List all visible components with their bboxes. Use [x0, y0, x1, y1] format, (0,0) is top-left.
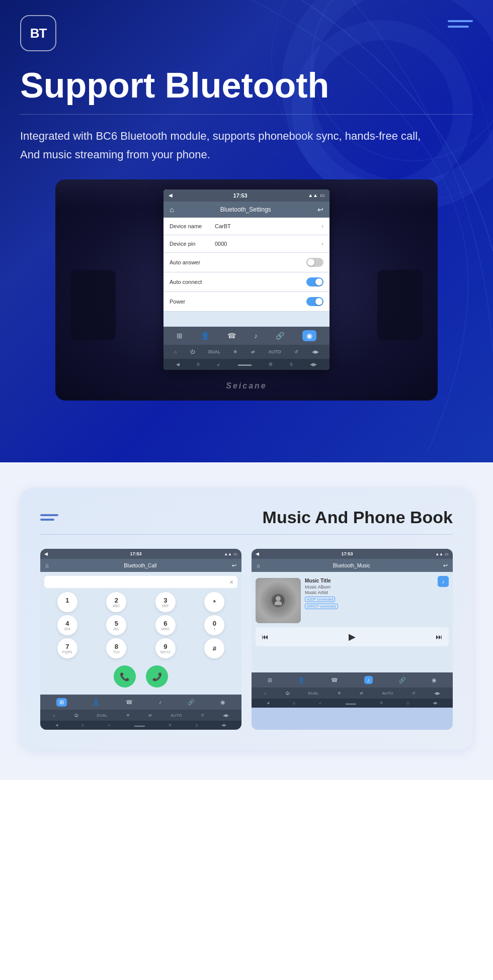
keypad: 1 2 ABC 3 DEF *	[44, 592, 237, 658]
music-status-icons: ▲▲ ▭	[435, 552, 449, 556]
back-ctrl-icon: ◀	[176, 362, 180, 367]
fan-icon: ↙	[217, 362, 221, 367]
music-icon[interactable]: ♪	[254, 332, 258, 340]
status-icons: ▲▲ ▭	[308, 192, 324, 198]
settings-list: Device name CarBT › Device pin 0000 › Au…	[163, 218, 330, 312]
device-name-value: CarBT	[215, 223, 321, 229]
section-title: Music And Phone Book	[263, 508, 453, 527]
key-5[interactable]: 5 JKL	[106, 615, 126, 635]
call-system-bar: ⌂ ⏻ DUAL ❄ ⇌ AUTO ↺ ◀▶	[40, 710, 241, 721]
key-9[interactable]: 9 WXYZ	[155, 638, 176, 658]
auto-answer-toggle[interactable]	[306, 258, 323, 267]
control-bar: ◀ 0 ↙ ▬▬▬ ⚙ 0 ◀▶	[163, 359, 330, 370]
settings-icon[interactable]: ◉	[302, 330, 316, 341]
menu-line-1	[40, 514, 58, 516]
bt-logo-text: BT	[30, 26, 47, 41]
ms-ac: ❄	[338, 691, 341, 696]
music-screen-title: Bluetooth_Music	[260, 563, 443, 568]
device-pin-row[interactable]: Device pin 0000 ›	[163, 235, 330, 253]
key-7[interactable]: 7 PQRS	[57, 638, 77, 658]
section-menu-icon[interactable]	[40, 514, 58, 521]
second-section: Music And Phone Book ◀ 17:53 ▲▲ ▭ ⌂ Blue…	[0, 462, 493, 780]
key-0[interactable]: 0 +	[204, 615, 224, 635]
cs-home: ⌂	[53, 713, 55, 718]
temp-icon: ↺	[294, 349, 298, 354]
music-title: Music Title	[305, 578, 449, 583]
power-row[interactable]: Power	[163, 292, 330, 312]
clear-search-icon[interactable]: ✕	[229, 579, 233, 585]
music-time: 17:53	[342, 551, 353, 556]
status-time: 17:53	[233, 192, 248, 199]
key-3[interactable]: 3 DEF	[155, 592, 176, 612]
cs-power: ⏻	[74, 713, 78, 718]
play-pause-button[interactable]: ▶	[349, 631, 356, 642]
music-phone-icon[interactable]: ☎	[331, 677, 338, 683]
cs-temp: ↺	[201, 713, 204, 718]
call-bottom-nav: ⊞ 👤 ☎ ♪ 🔗 ◉	[40, 695, 241, 710]
end-call-button[interactable]: 📞	[146, 665, 168, 688]
key-hash[interactable]: #	[204, 638, 224, 658]
music-link-icon[interactable]: 🔗	[399, 677, 406, 683]
ms-power: ⏻	[285, 691, 289, 696]
key-star[interactable]: *	[204, 592, 224, 612]
signal-icon: ▲▲	[308, 192, 318, 198]
grid-icon[interactable]: ⊞	[177, 332, 183, 340]
call-phone-icon[interactable]: ☎	[126, 699, 133, 706]
key-6[interactable]: 6 MNO	[155, 615, 176, 635]
gear-ctrl-icon: ⚙	[269, 362, 273, 367]
hero-section: BT Support Bluetooth Integrated with BC6…	[0, 0, 493, 462]
music-settings-icon[interactable]: ◉	[432, 677, 437, 683]
key-2[interactable]: 2 ABC	[106, 592, 126, 612]
auto-connect-row[interactable]: Auto connect	[163, 272, 330, 292]
music-note-nav-icon[interactable]: ♪	[364, 676, 373, 684]
cc-vol: ◀▶	[221, 723, 226, 727]
music-grid-icon[interactable]: ⊞	[268, 677, 272, 683]
music-status-bar: ◀ 17:53 ▲▲ ▭	[252, 549, 453, 559]
call-screen-title: Bluetooth_Call	[49, 563, 232, 568]
link-icon[interactable]: 🔗	[276, 332, 284, 340]
device-name-row[interactable]: Device name CarBT ›	[163, 218, 330, 235]
vol-ctrl-icon: ◀▶	[310, 362, 317, 367]
call-music-icon[interactable]: ♪	[159, 699, 162, 705]
music-back-arrow: ◀	[256, 551, 259, 556]
prev-track-button[interactable]: ⏮	[258, 633, 273, 641]
key-8[interactable]: 8 TUV	[106, 638, 126, 658]
device-pin-value: 0000	[215, 241, 321, 247]
phone-icon[interactable]: ☎	[227, 332, 236, 340]
music-note-button[interactable]: ♪	[438, 576, 449, 587]
contacts-icon[interactable]: 👤	[201, 332, 209, 340]
music-screen: ◀ 17:53 ▲▲ ▭ ⌂ Bluetooth_Music ↩ ♪	[252, 549, 453, 730]
call-link-icon[interactable]: 🔗	[188, 699, 195, 706]
system-bar: ⌂ ⏻ DUAL ❄ ⇌ AUTO ↺ ◀▶	[163, 345, 330, 359]
menu-button[interactable]	[448, 15, 473, 28]
music-album: Music Album	[305, 584, 449, 590]
cc-0l: 0	[81, 724, 84, 727]
chevron-right-icon: ›	[321, 223, 323, 230]
call-search-bar[interactable]: ✕	[44, 576, 237, 588]
ms-home: ⌂	[264, 691, 267, 696]
mc-fan: ↙	[319, 701, 322, 705]
auto-connect-toggle[interactable]	[306, 277, 323, 286]
auto-answer-row[interactable]: Auto answer	[163, 253, 330, 272]
answer-call-button[interactable]: 📞	[114, 665, 136, 688]
key-1[interactable]: 1	[57, 592, 77, 612]
call-status-icons: ▲▲ ▭	[224, 552, 237, 556]
power-toggle[interactable]	[306, 297, 323, 306]
call-back-arrow: ◀	[44, 551, 48, 556]
call-grid-icon[interactable]: ⊞	[56, 698, 67, 707]
home-icon: ⌂	[170, 206, 174, 214]
call-contacts-icon[interactable]: 👤	[93, 699, 100, 706]
back-arrow-icon: ◀	[169, 192, 173, 198]
car-icon: ⇌	[251, 349, 255, 354]
auto-connect-label: Auto connect	[170, 279, 215, 285]
dash-vent-right	[377, 270, 423, 340]
device-name-label: Device name	[170, 223, 215, 229]
call-screen: ◀ 17:53 ▲▲ ▭ ⌂ Bluetooth_Call ↩ ✕	[40, 549, 241, 730]
toggle-knob-2	[315, 278, 322, 285]
key-4[interactable]: 4 GHI	[57, 615, 77, 635]
next-track-button[interactable]: ⏭	[432, 633, 447, 641]
music-contacts-icon[interactable]: 👤	[298, 677, 305, 683]
call-settings-icon[interactable]: ◉	[220, 699, 225, 706]
mc-0r: 0	[407, 702, 409, 705]
ms-vol: ◀▶	[434, 691, 440, 696]
